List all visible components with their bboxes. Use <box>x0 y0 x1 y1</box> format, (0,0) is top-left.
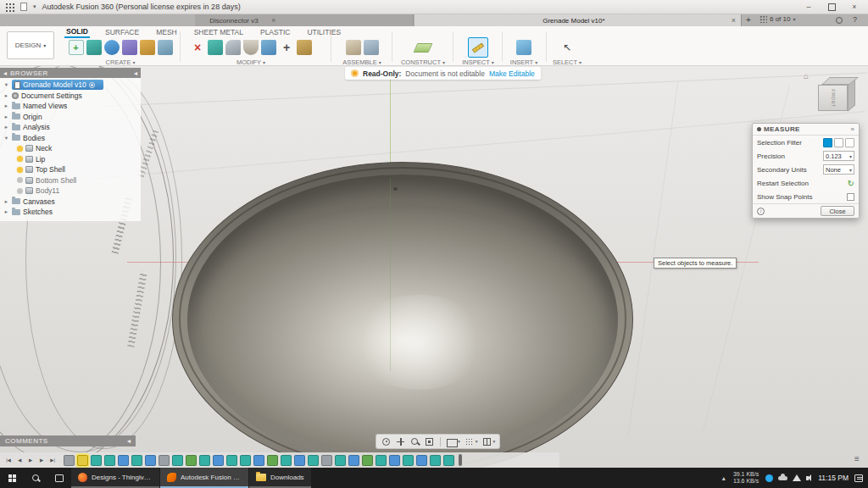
taskbar-app-downloads[interactable]: Downloads <box>249 468 311 488</box>
construct-group-label[interactable]: CONSTRUCT <box>397 58 449 66</box>
timeline-feature-icon[interactable] <box>145 455 156 466</box>
timeline-feature-icon[interactable] <box>443 455 454 466</box>
timeline-feature-icon[interactable] <box>186 455 197 466</box>
insert-group-label[interactable]: INSERT <box>505 58 542 66</box>
browser-root-row[interactable]: Grenade Model v10 <box>0 80 141 91</box>
start-button[interactable] <box>0 468 24 488</box>
select-group-label[interactable]: SELECT <box>549 58 585 66</box>
timeline-options-icon[interactable] <box>854 454 860 463</box>
file-menu-caret-icon[interactable] <box>33 3 36 10</box>
sidebar-item-origin[interactable]: Origin <box>0 112 141 123</box>
timeline-feature-icon[interactable] <box>430 455 441 466</box>
pattern-icon[interactable] <box>158 40 173 55</box>
new-component-icon[interactable] <box>346 40 361 55</box>
timeline-feature-icon[interactable] <box>294 455 305 466</box>
viewcube-front-face[interactable]: FRONT <box>818 85 848 111</box>
timeline-feature-icon[interactable] <box>389 455 400 466</box>
design-menu-button[interactable]: DESIGN <box>7 31 54 59</box>
shell-icon[interactable] <box>243 40 259 55</box>
collapse-browser-icon[interactable] <box>3 69 7 77</box>
timeline-feature-icon[interactable] <box>77 455 88 466</box>
show-snap-points-checkbox[interactable] <box>847 193 854 201</box>
tab-disconnector-v3[interactable]: Disconnector v3 <box>195 14 414 26</box>
restart-selection-icon[interactable] <box>848 179 854 188</box>
tab-surface[interactable]: SURFACE <box>103 28 141 37</box>
visibility-bulb-icon[interactable] <box>17 146 23 152</box>
filter-face-icon[interactable] <box>834 138 843 147</box>
taskbar-search-button[interactable] <box>24 468 47 488</box>
construction-plane-icon[interactable] <box>414 43 433 53</box>
help-icon[interactable] <box>853 15 857 24</box>
timeline-feature-icon[interactable] <box>104 455 115 466</box>
timeline-feature-icon[interactable] <box>267 455 278 466</box>
loft-icon[interactable] <box>140 40 155 55</box>
timeline-feature-icon[interactable] <box>172 455 183 466</box>
tray-expand-icon[interactable] <box>722 474 726 482</box>
timeline-feature-icon[interactable] <box>281 455 292 466</box>
timeline-feature-icon[interactable] <box>321 455 332 466</box>
notification-icon[interactable] <box>836 17 843 24</box>
tab-close-icon[interactable] <box>271 16 275 25</box>
sweep-icon[interactable] <box>122 40 137 55</box>
taskbar-app-thingiverse[interactable]: Designs - Thingiverse ... <box>71 468 159 488</box>
timeline-end-button[interactable] <box>47 455 58 465</box>
timeline-feature-icon[interactable] <box>416 455 427 466</box>
tab-plastic[interactable]: PLASTIC <box>259 28 292 37</box>
new-tab-icon[interactable] <box>746 15 751 25</box>
expander-icon[interactable] <box>3 103 9 109</box>
select-tool-icon[interactable] <box>559 40 575 55</box>
make-editable-link[interactable]: Make Editable <box>489 69 535 78</box>
tab-mesh[interactable]: MESH <box>154 28 179 37</box>
expander-icon[interactable] <box>3 135 9 141</box>
timeline-feature-icon[interactable] <box>64 455 75 466</box>
expander-icon[interactable] <box>3 198 9 205</box>
filter-body-icon[interactable] <box>823 138 832 147</box>
viewports-dropdown[interactable] <box>481 436 496 447</box>
onedrive-icon[interactable] <box>778 476 787 480</box>
press-pull-icon[interactable] <box>208 40 223 55</box>
info-icon[interactable] <box>757 208 765 215</box>
expand-panel-icon[interactable] <box>851 125 854 133</box>
timeline-feature-icon[interactable] <box>226 455 237 466</box>
scale-icon[interactable] <box>297 40 312 55</box>
viewcube-side-face[interactable] <box>848 79 855 112</box>
timeline-feature-icon[interactable] <box>199 455 210 466</box>
sidebar-item-body-top-shell[interactable]: Top Shell <box>0 164 141 175</box>
sidebar-item-document-settings[interactable]: Document Settings <box>0 91 141 102</box>
timeline-feature-icon[interactable] <box>159 455 170 466</box>
timeline-feature-icon[interactable] <box>403 455 414 466</box>
timeline-feature-icon[interactable] <box>335 455 346 466</box>
timeline-begin-button[interactable] <box>3 455 14 465</box>
sidebar-item-body-neck[interactable]: Neck <box>0 143 141 154</box>
app-grid-icon[interactable] <box>5 3 14 12</box>
timeline-position-handle[interactable] <box>459 454 462 466</box>
timeline-feature-icon[interactable] <box>348 455 359 466</box>
visibility-bulb-icon[interactable] <box>17 177 23 183</box>
timeline-play-button[interactable] <box>25 455 36 465</box>
sidebar-item-sketches[interactable]: Sketches <box>0 207 141 218</box>
timeline-feature-icon[interactable] <box>308 455 319 466</box>
tab-utilities[interactable]: UTILITIES <box>305 28 342 37</box>
assemble-group-label[interactable]: ASSEMBLE <box>337 58 387 66</box>
action-center-icon[interactable] <box>854 474 863 482</box>
joint-icon[interactable] <box>364 40 379 55</box>
close-window-button[interactable] <box>846 3 863 11</box>
tab-counter[interactable]: 6 of 10 <box>760 15 795 23</box>
sidebar-item-canvases[interactable]: Canvases <box>0 197 141 208</box>
tab-close-icon[interactable] <box>732 16 736 25</box>
visibility-bulb-icon[interactable] <box>17 188 23 194</box>
timeline-feature-icon[interactable] <box>240 455 251 466</box>
create-group-label[interactable]: CREATE <box>64 58 176 66</box>
tab-grenade-model-v10[interactable]: Grenade Model v10* <box>415 14 742 26</box>
secondary-units-select[interactable]: None <box>823 164 854 175</box>
inspect-group-label[interactable]: INSPECT <box>456 58 500 66</box>
sidebar-item-bodies[interactable]: Bodies <box>0 133 141 144</box>
sidebar-item-analysis[interactable]: Analysis <box>0 122 141 133</box>
filter-edge-icon[interactable] <box>845 138 854 147</box>
grid-settings-dropdown[interactable] <box>464 436 478 447</box>
modify-group-label[interactable]: MODIFY <box>185 58 317 66</box>
delete-icon[interactable] <box>190 40 205 55</box>
measure-tool-icon[interactable] <box>468 37 488 58</box>
measure-header[interactable]: MEASURE <box>753 124 859 136</box>
browser-slide-icon[interactable] <box>134 69 137 77</box>
